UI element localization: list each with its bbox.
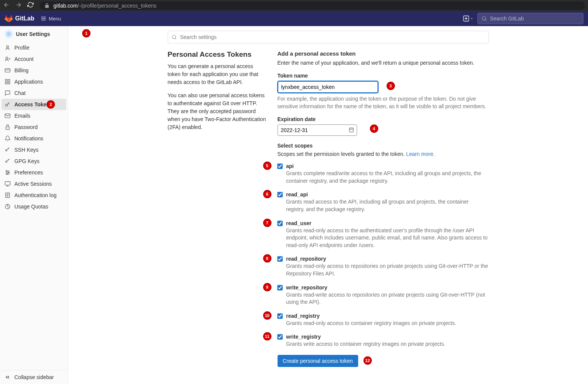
sidebar-item-authentication-log[interactable]: Authentication log: [0, 190, 68, 201]
page-desc-2: You can also use personal access tokens …: [168, 92, 266, 131]
svg-rect-10: [8, 82, 10, 84]
lock-icon: [44, 3, 50, 8]
key-icon: [5, 101, 11, 107]
token-name-label: Token name: [278, 73, 489, 79]
scope-name: read_user: [286, 220, 489, 226]
sidebar-item-emails[interactable]: Emails: [0, 110, 68, 121]
sidebar-item-preferences[interactable]: Preferences: [0, 167, 68, 178]
annotation-12: 12: [363, 356, 372, 365]
learn-more-link[interactable]: Learn more.: [406, 151, 435, 157]
back-button[interactable]: [3, 2, 10, 10]
page-title: Personal Access Tokens: [168, 50, 266, 59]
expiration-label: Expiration date: [278, 116, 489, 122]
scope-row-write_registry: 11write_registryGrants write access to c…: [278, 334, 489, 348]
hamburger-icon: [41, 16, 47, 22]
sidebar-item-applications[interactable]: Applications: [0, 76, 68, 87]
user-avatar: [5, 30, 13, 38]
scope-checkbox-write_repository[interactable]: [277, 285, 282, 290]
gitlab-logo-icon: [5, 14, 13, 23]
gpg-icon: [5, 158, 11, 164]
scope-row-write_repository: 9write_repositoryGrants read-write acces…: [278, 285, 489, 306]
sidebar-item-usage-quotas[interactable]: Usage Quotas: [0, 201, 68, 212]
content-area: Personal Access Tokens You can generate …: [68, 26, 588, 384]
annotation-10: 10: [263, 311, 271, 320]
sidebar-item-access-tokens[interactable]: Access Tokens2: [2, 99, 66, 110]
sidebar-item-notifications[interactable]: Notifications: [0, 133, 68, 144]
scope-name: read_repository: [286, 256, 489, 262]
scope-checkbox-write_registry[interactable]: [277, 334, 282, 340]
gitlab-header: GitLab Menu Search GitLab: [0, 11, 588, 26]
sidebar-item-account[interactable]: Account: [0, 53, 68, 65]
sidebar-item-label: Account: [14, 56, 34, 62]
menu-button[interactable]: Menu: [41, 16, 61, 22]
token-name-help: For example, the application using the t…: [278, 95, 489, 110]
sidebar-item-password[interactable]: Password: [0, 121, 68, 133]
annotation-8: 8: [263, 254, 271, 263]
search-settings-input[interactable]: [168, 31, 489, 44]
sidebar-item-chat[interactable]: Chat: [0, 87, 68, 99]
scope-desc: Grants write access to container registr…: [286, 340, 446, 348]
calendar-icon[interactable]: [349, 127, 354, 134]
scope-checkbox-read_registry[interactable]: [277, 313, 282, 319]
add-dropdown[interactable]: [463, 16, 474, 22]
search-icon: [172, 34, 177, 41]
annotation-3: 3: [387, 82, 395, 90]
svg-point-1: [482, 17, 486, 20]
card-icon: [5, 67, 11, 73]
svg-point-16: [6, 171, 7, 172]
sidebar-item-profile[interactable]: Profile: [0, 42, 68, 53]
expiration-input[interactable]: [278, 124, 357, 136]
sidebar-item-billing[interactable]: Billing: [0, 65, 68, 76]
svg-point-14: [6, 149, 7, 151]
collapse-sidebar[interactable]: Collapse sidebar: [0, 370, 68, 384]
account-icon: [5, 56, 11, 62]
scope-checkbox-api[interactable]: [277, 164, 282, 169]
ssh-icon: [5, 147, 11, 153]
scope-row-read_repository: 8read_repositoryGrants read-only access …: [278, 256, 489, 277]
scope-row-read_registry: 10read_registryGrants read-only access t…: [278, 313, 489, 327]
svg-rect-19: [5, 182, 10, 185]
svg-point-3: [7, 32, 11, 36]
scope-name: write_repository: [286, 285, 489, 291]
url-bar[interactable]: gitlab.com/-/profile/personal_access_tok…: [40, 2, 585, 10]
sidebar-item-label: Usage Quotas: [14, 204, 48, 210]
svg-rect-9: [5, 82, 7, 84]
reload-button[interactable]: [27, 2, 34, 9]
gitlab-logo[interactable]: GitLab: [5, 14, 34, 23]
sidebar-item-label: Authentication log: [14, 192, 56, 198]
sidebar-item-label: SSH Keys: [14, 147, 39, 153]
token-name-input[interactable]: [278, 81, 378, 93]
sidebar-item-label: Chat: [14, 90, 26, 96]
annotation-1: 1: [82, 29, 90, 37]
sidebar-item-active-sessions[interactable]: Active Sessions: [0, 178, 68, 190]
gitlab-brand: GitLab: [15, 15, 34, 22]
scope-checkbox-read_api[interactable]: [277, 192, 282, 197]
forward-button[interactable]: [15, 2, 22, 10]
global-search[interactable]: Search GitLab: [477, 13, 583, 24]
add-token-sub: Enter the name of your application, and …: [278, 60, 489, 66]
prefs-icon: [5, 169, 11, 176]
annotation-7: 7: [263, 219, 271, 227]
scope-name: api: [286, 163, 489, 169]
sidebar-item-label: Active Sessions: [14, 181, 52, 187]
scope-checkbox-read_repository[interactable]: [277, 257, 282, 262]
bell-icon: [5, 135, 11, 141]
log-icon: [5, 192, 11, 198]
sidebar-item-gpg-keys[interactable]: GPG Keys: [0, 155, 68, 167]
add-token-title: Add a personal access token: [278, 50, 489, 57]
scope-row-api: 5apiGrants complete read/write access to…: [278, 163, 489, 185]
svg-point-18: [6, 174, 8, 175]
svg-point-4: [6, 46, 8, 48]
sidebar-item-label: Emails: [14, 113, 30, 119]
create-token-button[interactable]: Create personal access token: [278, 355, 358, 367]
sidebar-item-ssh-keys[interactable]: SSH Keys: [0, 144, 68, 155]
scope-name: read_registry: [286, 313, 457, 319]
scope-desc: Grants complete read/write access to the…: [286, 170, 489, 185]
svg-point-17: [8, 172, 9, 173]
annotation-9: 9: [263, 283, 271, 291]
url-domain: gitlab.com: [53, 3, 78, 9]
scope-checkbox-read_user[interactable]: [277, 221, 282, 226]
sidebar-item-label: Profile: [14, 45, 30, 51]
scope-desc: Grants read-only access to the authentic…: [286, 227, 489, 249]
sidebar-item-label: Billing: [14, 67, 28, 73]
